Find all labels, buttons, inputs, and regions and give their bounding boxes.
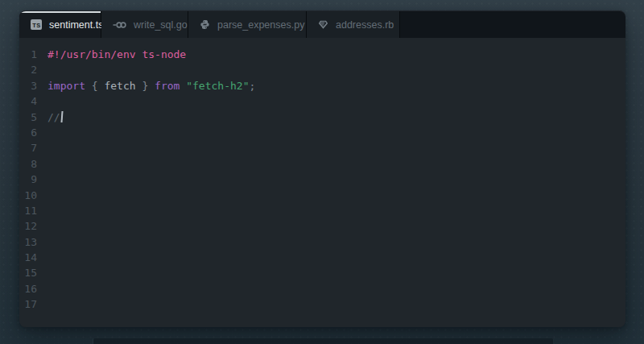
code-line[interactable]: 12 [19,218,625,234]
line-number: 8 [19,156,37,172]
line-number: 13 [19,234,37,250]
line-number: 7 [19,140,37,155]
go-icon [113,21,126,29]
line-number: 4 [19,93,37,109]
typescript-icon: TS [31,19,42,30]
tab-label: addresses.rb [336,19,394,31]
code-line[interactable]: 15 [19,265,625,280]
line-number: 2 [19,62,37,77]
line-number: 9 [19,172,37,187]
code-line[interactable]: 4 [19,93,625,109]
line-number: 15 [19,265,37,280]
code-line[interactable]: 16 [19,281,625,296]
line-number: 11 [19,203,37,218]
code-line[interactable]: 14 [19,250,625,265]
line-number: 12 [19,218,37,234]
code-line[interactable]: 10 [19,188,625,203]
code-line[interactable]: 8 [19,156,625,172]
code-line[interactable]: 17 [19,296,625,312]
background-window-edge [93,338,554,344]
tab-addresses-rb[interactable]: addresses.rb [307,11,400,38]
code-text: #!/usr/bin/env ts-node [47,47,186,62]
line-number: 6 [19,125,37,140]
code-line[interactable]: 9 [19,172,625,187]
code-line[interactable]: 6 [19,125,625,140]
code-line[interactable]: 5// [19,110,625,125]
editor-code-area[interactable]: 1#!/usr/bin/env ts-node23import { fetch … [19,38,625,327]
code-line[interactable]: 11 [19,203,625,218]
line-number: 5 [19,110,37,125]
tab-parse-expenses-py[interactable]: parse_expenses.py [188,11,307,38]
ruby-icon [318,19,328,30]
tab-sentiment-ts[interactable]: TS sentiment.ts [19,11,101,38]
code-text: // [47,110,62,125]
tab-label: write_sql.go [134,19,188,31]
tab-label: sentiment.ts [49,19,103,31]
code-text: import { fetch } from "fetch-h2"; [47,78,255,93]
line-number: 10 [19,188,37,203]
code-line[interactable]: 3import { fetch } from "fetch-h2"; [19,78,625,93]
line-number: 17 [19,296,37,312]
code-line[interactable]: 2 [19,62,625,77]
tab-write-sql-go[interactable]: write_sql.go [101,11,188,38]
code-line[interactable]: 13 [19,234,625,250]
text-cursor [60,111,62,122]
line-number: 14 [19,250,37,265]
code-editor-window: TS sentiment.ts write_sql.go parse [19,10,625,327]
code-line[interactable]: 7 [19,140,625,155]
tab-bar: TS sentiment.ts write_sql.go parse [19,10,625,38]
line-number: 1 [19,47,37,62]
line-number: 16 [19,281,37,296]
line-number: 3 [19,78,37,93]
tab-label: parse_expenses.py [217,19,304,31]
python-icon [200,19,210,30]
code-line[interactable]: 1#!/usr/bin/env ts-node [19,47,625,62]
